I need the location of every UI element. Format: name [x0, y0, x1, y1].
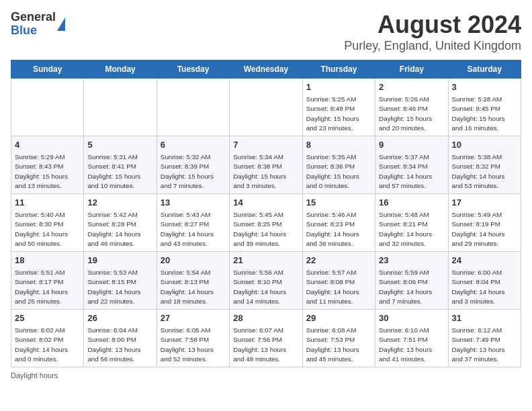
day-number: 22 — [306, 255, 371, 267]
page-title: August 2024 — [344, 11, 521, 39]
day-info: Sunrise: 5:37 AM Sunset: 8:34 PM Dayligh… — [379, 152, 444, 191]
calendar-week-row: 4Sunrise: 5:29 AM Sunset: 8:43 PM Daylig… — [11, 136, 521, 194]
calendar-cell: 20Sunrise: 5:54 AM Sunset: 8:13 PM Dayli… — [157, 252, 229, 310]
day-info: Sunrise: 5:49 AM Sunset: 8:19 PM Dayligh… — [452, 210, 517, 248]
day-number: 12 — [87, 197, 152, 209]
calendar-cell: 23Sunrise: 5:59 AM Sunset: 8:06 PM Dayli… — [375, 252, 448, 310]
day-number: 9 — [379, 139, 444, 151]
calendar-cell: 14Sunrise: 5:45 AM Sunset: 8:25 PM Dayli… — [230, 194, 302, 252]
calendar-cell: 13Sunrise: 5:43 AM Sunset: 8:27 PM Dayli… — [157, 194, 229, 252]
day-info: Sunrise: 6:12 AM Sunset: 7:49 PM Dayligh… — [452, 326, 517, 364]
day-info: Sunrise: 5:28 AM Sunset: 8:45 PM Dayligh… — [452, 95, 517, 133]
day-number: 24 — [452, 255, 517, 267]
calendar-cell: 17Sunrise: 5:49 AM Sunset: 8:19 PM Dayli… — [448, 194, 521, 252]
day-number: 28 — [233, 312, 298, 324]
calendar-cell: 3Sunrise: 5:28 AM Sunset: 8:45 PM Daylig… — [448, 79, 521, 136]
calendar-cell — [157, 79, 229, 136]
calendar-cell: 4Sunrise: 5:29 AM Sunset: 8:43 PM Daylig… — [11, 136, 84, 194]
day-info: Sunrise: 5:45 AM Sunset: 8:25 PM Dayligh… — [233, 210, 298, 248]
calendar-cell: 2Sunrise: 5:26 AM Sunset: 8:46 PM Daylig… — [375, 79, 448, 136]
day-number: 17 — [452, 197, 517, 209]
calendar-cell: 19Sunrise: 5:53 AM Sunset: 8:15 PM Dayli… — [84, 252, 157, 310]
day-number: 31 — [452, 312, 517, 324]
day-info: Sunrise: 5:32 AM Sunset: 8:39 PM Dayligh… — [161, 152, 226, 191]
calendar-cell: 24Sunrise: 6:00 AM Sunset: 8:04 PM Dayli… — [448, 252, 521, 310]
calendar-cell: 30Sunrise: 6:10 AM Sunset: 7:51 PM Dayli… — [375, 310, 448, 367]
calendar-cell: 10Sunrise: 5:38 AM Sunset: 8:32 PM Dayli… — [448, 136, 521, 194]
column-header-thursday: Thursday — [302, 60, 375, 79]
calendar-cell: 12Sunrise: 5:42 AM Sunset: 8:28 PM Dayli… — [84, 194, 157, 252]
calendar-cell: 11Sunrise: 5:40 AM Sunset: 8:30 PM Dayli… — [11, 194, 84, 252]
column-header-wednesday: Wednesday — [230, 60, 302, 79]
day-info: Sunrise: 5:59 AM Sunset: 8:06 PM Dayligh… — [379, 268, 444, 306]
day-number: 7 — [233, 139, 298, 151]
day-number: 13 — [161, 197, 226, 209]
calendar-cell: 28Sunrise: 6:07 AM Sunset: 7:56 PM Dayli… — [230, 310, 302, 367]
calendar-cell: 16Sunrise: 5:48 AM Sunset: 8:21 PM Dayli… — [375, 194, 448, 252]
day-info: Sunrise: 5:26 AM Sunset: 8:46 PM Dayligh… — [379, 95, 444, 133]
day-info: Sunrise: 6:10 AM Sunset: 7:51 PM Dayligh… — [379, 326, 444, 364]
logo-text: General Blue — [11, 11, 56, 38]
calendar-cell: 15Sunrise: 5:46 AM Sunset: 8:23 PM Dayli… — [302, 194, 375, 252]
day-number: 25 — [15, 312, 80, 324]
day-info: Sunrise: 5:29 AM Sunset: 8:43 PM Dayligh… — [15, 152, 80, 191]
calendar-cell: 29Sunrise: 6:08 AM Sunset: 7:53 PM Dayli… — [302, 310, 375, 367]
logo-general: General — [11, 11, 56, 24]
day-number: 10 — [452, 139, 517, 151]
day-number: 8 — [306, 139, 371, 151]
day-info: Sunrise: 6:08 AM Sunset: 7:53 PM Dayligh… — [306, 326, 371, 364]
column-header-tuesday: Tuesday — [157, 60, 229, 79]
day-info: Sunrise: 5:51 AM Sunset: 8:17 PM Dayligh… — [15, 268, 80, 306]
logo-icon — [57, 17, 65, 31]
calendar-cell: 1Sunrise: 5:25 AM Sunset: 8:48 PM Daylig… — [302, 79, 375, 136]
day-number: 1 — [306, 81, 371, 93]
day-number: 27 — [161, 312, 226, 324]
day-number: 15 — [306, 197, 371, 209]
calendar-table: SundayMondayTuesdayWednesdayThursdayFrid… — [11, 60, 521, 367]
day-info: Sunrise: 5:46 AM Sunset: 8:23 PM Dayligh… — [306, 210, 371, 248]
calendar-week-row: 18Sunrise: 5:51 AM Sunset: 8:17 PM Dayli… — [11, 252, 521, 310]
footer-note: Daylight hours — [11, 371, 521, 379]
calendar-cell: 27Sunrise: 6:05 AM Sunset: 7:58 PM Dayli… — [157, 310, 229, 367]
day-info: Sunrise: 5:48 AM Sunset: 8:21 PM Dayligh… — [379, 210, 444, 248]
calendar-cell: 22Sunrise: 5:57 AM Sunset: 8:08 PM Dayli… — [302, 252, 375, 310]
column-header-friday: Friday — [375, 60, 448, 79]
column-header-monday: Monday — [84, 60, 157, 79]
day-info: Sunrise: 5:56 AM Sunset: 8:10 PM Dayligh… — [233, 268, 298, 306]
day-info: Sunrise: 5:40 AM Sunset: 8:30 PM Dayligh… — [15, 210, 80, 248]
day-info: Sunrise: 6:07 AM Sunset: 7:56 PM Dayligh… — [233, 326, 298, 364]
day-info: Sunrise: 5:53 AM Sunset: 8:15 PM Dayligh… — [87, 268, 152, 306]
calendar-cell: 6Sunrise: 5:32 AM Sunset: 8:39 PM Daylig… — [157, 136, 229, 194]
day-info: Sunrise: 5:35 AM Sunset: 8:36 PM Dayligh… — [306, 152, 371, 191]
day-number: 29 — [306, 312, 371, 324]
day-info: Sunrise: 5:38 AM Sunset: 8:32 PM Dayligh… — [452, 152, 517, 191]
page-header: General Blue August 2024 Purley, England… — [11, 11, 521, 53]
logo-blue: Blue — [11, 24, 56, 38]
calendar-header-row: SundayMondayTuesdayWednesdayThursdayFrid… — [11, 60, 521, 79]
day-number: 26 — [87, 312, 152, 324]
day-number: 3 — [452, 81, 517, 93]
day-number: 11 — [15, 197, 80, 209]
day-info: Sunrise: 6:00 AM Sunset: 8:04 PM Dayligh… — [452, 268, 517, 306]
day-number: 5 — [87, 139, 152, 151]
calendar-week-row: 11Sunrise: 5:40 AM Sunset: 8:30 PM Dayli… — [11, 194, 521, 252]
day-info: Sunrise: 5:54 AM Sunset: 8:13 PM Dayligh… — [161, 268, 226, 306]
day-info: Sunrise: 5:42 AM Sunset: 8:28 PM Dayligh… — [87, 210, 152, 248]
day-number: 23 — [379, 255, 444, 267]
day-info: Sunrise: 6:04 AM Sunset: 8:00 PM Dayligh… — [87, 326, 152, 364]
day-number: 20 — [161, 255, 226, 267]
day-number: 21 — [233, 255, 298, 267]
calendar-cell: 8Sunrise: 5:35 AM Sunset: 8:36 PM Daylig… — [302, 136, 375, 194]
calendar-cell — [230, 79, 302, 136]
day-number: 14 — [233, 197, 298, 209]
calendar-cell: 9Sunrise: 5:37 AM Sunset: 8:34 PM Daylig… — [375, 136, 448, 194]
day-info: Sunrise: 5:25 AM Sunset: 8:48 PM Dayligh… — [306, 95, 371, 133]
page-subtitle: Purley, England, United Kingdom — [344, 39, 521, 53]
day-number: 19 — [87, 255, 152, 267]
day-info: Sunrise: 6:05 AM Sunset: 7:58 PM Dayligh… — [161, 326, 226, 364]
column-header-saturday: Saturday — [448, 60, 521, 79]
calendar-cell: 25Sunrise: 6:02 AM Sunset: 8:02 PM Dayli… — [11, 310, 84, 367]
calendar-cell — [84, 79, 157, 136]
logo: General Blue — [11, 11, 65, 38]
calendar-week-row: 25Sunrise: 6:02 AM Sunset: 8:02 PM Dayli… — [11, 310, 521, 367]
